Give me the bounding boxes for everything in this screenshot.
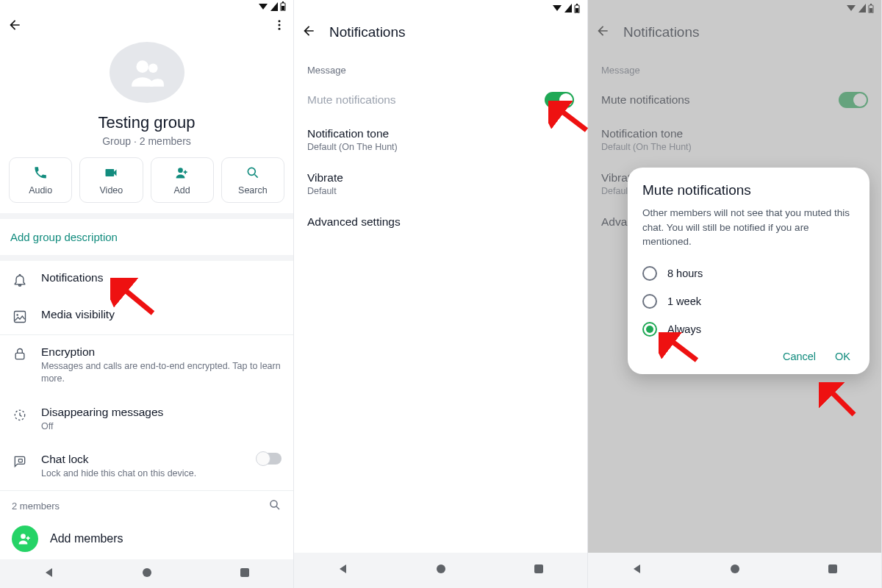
timer-icon — [12, 407, 27, 422]
nav-home-button[interactable] — [142, 567, 152, 581]
option-1-week[interactable]: 1 week — [642, 287, 855, 315]
screen-mute-dialog: Notifications Message Mute notifications… — [588, 0, 882, 588]
svg-rect-18 — [240, 568, 249, 577]
nav-back-button[interactable] — [43, 567, 55, 581]
svg-point-7 — [148, 63, 158, 73]
nav-recents-button[interactable] — [240, 567, 250, 581]
group-icon — [129, 54, 165, 91]
circle-home-icon — [730, 564, 740, 574]
search-button[interactable]: Search — [221, 157, 284, 203]
section-message-label: Message — [294, 49, 587, 83]
row-advanced-settings[interactable]: Advanced settings — [294, 207, 587, 239]
radio-icon — [642, 294, 657, 309]
option-always[interactable]: Always — [642, 315, 855, 343]
add-label: Add — [174, 185, 190, 196]
svg-point-5 — [279, 27, 281, 29]
bell-icon — [12, 273, 27, 287]
square-recents-icon — [534, 564, 544, 574]
nav-back-button[interactable] — [337, 563, 349, 578]
android-nav-bar — [0, 559, 293, 588]
group-subtitle: Group · 2 members — [0, 135, 293, 147]
mute-toggle[interactable] — [545, 92, 574, 108]
row-encryption[interactable]: Encryption Messages and calls are end-to… — [0, 335, 293, 395]
nav-home-button[interactable] — [730, 564, 740, 577]
svg-rect-2 — [282, 6, 284, 10]
svg-point-15 — [270, 501, 277, 507]
chat-lock-label: Chat lock — [41, 453, 243, 466]
svg-rect-12 — [15, 353, 24, 359]
notifications-label: Notifications — [41, 271, 282, 284]
ok-button[interactable]: OK — [835, 351, 850, 362]
nav-recents-button[interactable] — [534, 564, 544, 577]
video-call-button[interactable]: Video — [79, 157, 143, 203]
option-label: Always — [667, 323, 701, 335]
encryption-sub: Messages and calls are end-to-end encryp… — [41, 360, 282, 385]
radio-checked-icon — [642, 322, 657, 337]
back-button[interactable] — [301, 24, 316, 41]
members-header: 2 members — [0, 491, 293, 518]
mute-label: Mute notifications — [307, 93, 545, 107]
screen-group-info: Testing group Group · 2 members Audio Vi… — [0, 0, 294, 588]
nav-back-button[interactable] — [631, 563, 643, 578]
svg-rect-22 — [576, 8, 578, 12]
cancel-button[interactable]: Cancel — [783, 351, 816, 362]
row-mute-notifications[interactable]: Mute notifications — [294, 83, 587, 118]
app-bar: Notifications — [294, 16, 587, 49]
add-member-button[interactable]: Add — [151, 157, 214, 203]
video-icon — [104, 165, 118, 180]
disappearing-label: Disappearing messages — [41, 406, 282, 419]
add-description-button[interactable]: Add group description — [0, 219, 293, 255]
advanced-label: Advanced settings — [307, 215, 574, 229]
action-row: Audio Video Add Search — [0, 157, 293, 213]
status-bar — [294, 0, 587, 16]
phone-icon — [33, 165, 48, 180]
signal-icon — [564, 4, 572, 12]
svg-point-6 — [136, 60, 148, 73]
dialog-title: Mute notifications — [642, 182, 855, 198]
image-icon — [12, 309, 27, 324]
nav-recents-button[interactable] — [828, 564, 838, 577]
add-members-bubble — [12, 526, 38, 552]
square-recents-icon — [240, 567, 250, 578]
option-8-hours[interactable]: 8 hours — [642, 259, 855, 287]
tone-sub: Default (On The Hunt) — [307, 142, 574, 152]
search-icon — [245, 165, 260, 180]
back-button[interactable] — [7, 18, 22, 35]
audio-call-button[interactable]: Audio — [9, 157, 72, 203]
members-search-button[interactable] — [268, 498, 282, 514]
row-notification-tone[interactable]: Notification tone Default (On The Hunt) — [294, 118, 587, 162]
screen-notifications: Notifications Message Mute notifications… — [294, 0, 588, 588]
encryption-label: Encryption — [41, 345, 282, 359]
row-vibrate[interactable]: Vibrate Default — [294, 162, 587, 207]
square-recents-icon — [828, 564, 838, 574]
arrow-left-icon — [7, 18, 22, 32]
svg-rect-30 — [828, 564, 837, 573]
overflow-menu-button[interactable] — [273, 18, 286, 35]
video-label: Video — [100, 185, 123, 196]
svg-point-11 — [16, 314, 18, 316]
circle-home-icon — [142, 567, 152, 578]
group-avatar[interactable] — [110, 42, 184, 103]
svg-rect-14 — [18, 459, 22, 462]
add-members-button[interactable]: Add members — [0, 518, 293, 559]
row-chat-lock[interactable]: Chat lock Lock and hide this chat on thi… — [0, 442, 293, 490]
person-add-icon — [175, 165, 190, 180]
row-notifications[interactable]: Notifications — [0, 261, 293, 298]
vibrate-label: Vibrate — [307, 171, 574, 184]
audio-label: Audio — [29, 185, 52, 196]
svg-point-3 — [279, 20, 281, 22]
nav-home-button[interactable] — [436, 564, 446, 577]
signal-icon — [270, 2, 278, 11]
search-label: Search — [238, 185, 268, 196]
vibrate-sub: Default — [307, 186, 574, 196]
svg-rect-1 — [282, 1, 284, 3]
row-disappearing[interactable]: Disappearing messages Off — [0, 395, 293, 443]
search-icon — [268, 498, 282, 512]
svg-point-23 — [437, 564, 445, 573]
triangle-back-icon — [43, 567, 55, 578]
row-media-visibility[interactable]: Media visibility — [0, 298, 293, 334]
chat-lock-toggle[interactable] — [257, 453, 282, 465]
chat-lock-icon — [12, 454, 27, 469]
svg-point-4 — [279, 24, 281, 26]
battery-icon — [574, 4, 580, 13]
